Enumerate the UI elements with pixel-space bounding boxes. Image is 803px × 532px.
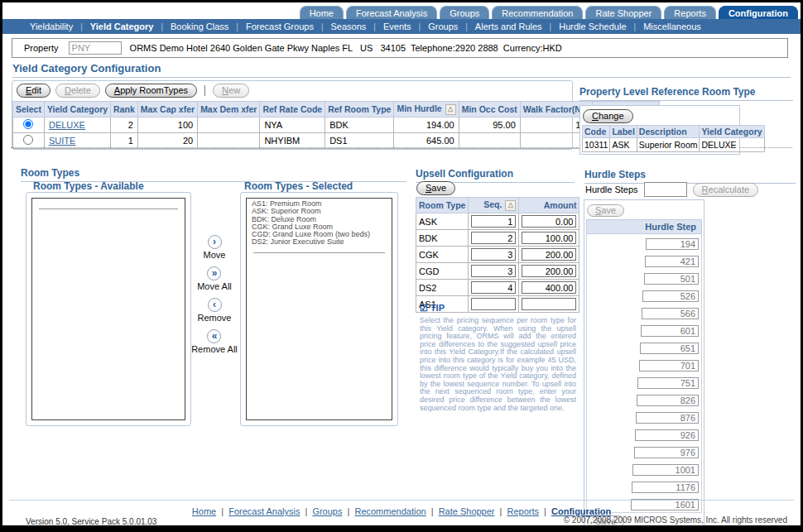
- hurdle-step-input[interactable]: [642, 308, 699, 319]
- nav-item-events[interactable]: Events: [383, 22, 411, 31]
- nav-item-yield-category[interactable]: Yield Category: [90, 22, 154, 31]
- cell-rank: 1: [111, 133, 138, 149]
- column-header-seq[interactable]: Seq.△: [469, 198, 519, 213]
- upsell-header-row: Room TypeSeq.△Amount: [416, 198, 579, 213]
- hurdle-step-input[interactable]: [637, 377, 699, 389]
- yield-row-radio[interactable]: [23, 135, 33, 145]
- hurdle-step-input[interactable]: [641, 325, 699, 337]
- upsell-seq-input[interactable]: [471, 248, 516, 261]
- footer-link-home[interactable]: Home: [192, 506, 216, 516]
- hurdle-step-input[interactable]: [637, 395, 699, 406]
- move-button[interactable]: ›Move: [204, 235, 226, 260]
- nav-item-seasons[interactable]: Seasons: [331, 22, 367, 31]
- hurdle-step-input[interactable]: [639, 360, 699, 371]
- nav-item-separator: |: [373, 22, 376, 31]
- hurdle-save-top-button: Save: [587, 204, 624, 217]
- property-input[interactable]: [69, 41, 122, 55]
- column-header-min-occ-cost[interactable]: Min Occ Cost: [459, 102, 520, 117]
- upsell-seq-input[interactable]: [471, 265, 516, 277]
- footer-link-groups[interactable]: Groups: [312, 506, 342, 516]
- upsell-save-button[interactable]: Save: [416, 181, 455, 195]
- cell-ref-rate-code: NHYIBM: [260, 133, 325, 149]
- column-label: Max Dem xfer: [200, 104, 257, 114]
- footer-version: Version 5.0, Service Pack 5.0.01.03: [26, 517, 156, 526]
- remove-icon: ‹: [208, 298, 222, 312]
- nav-item-groups[interactable]: Groups: [428, 22, 458, 31]
- column-header-min-hurdle[interactable]: Min Hurdle△: [394, 102, 459, 117]
- move-all-button[interactable]: »Move All: [197, 266, 232, 291]
- cell-description: Superior Room: [637, 138, 700, 152]
- footer-link-reports[interactable]: Reports: [507, 506, 540, 516]
- column-header-ref-rate-code[interactable]: Ref Rate Code: [260, 102, 325, 117]
- column-header-label: Label: [610, 126, 637, 138]
- apply-roomtypes-button[interactable]: Apply RoomTypes: [105, 84, 197, 98]
- yield-category-link[interactable]: DELUXE: [49, 120, 85, 130]
- upsell-row: BDK: [416, 230, 579, 247]
- nav-item-forecast-groups[interactable]: Forecast Groups: [246, 22, 314, 31]
- footer-link-rate-shopper[interactable]: Rate Shopper: [439, 506, 495, 516]
- hurdle-step-input[interactable]: [640, 343, 699, 354]
- sort-asc-icon[interactable]: △: [505, 200, 516, 211]
- column-header-rank[interactable]: Rank: [111, 102, 138, 117]
- upsell-row: CGD: [416, 263, 579, 280]
- yield-row-radio[interactable]: [23, 119, 33, 129]
- footer-link-separator: |: [498, 506, 505, 516]
- hurdle-steps-input[interactable]: [644, 182, 687, 197]
- remove-button[interactable]: ‹Remove: [198, 298, 232, 323]
- hurdle-step-input[interactable]: [642, 290, 699, 302]
- remove-all-button[interactable]: «Remove All: [191, 329, 238, 354]
- footer-link-recommendation[interactable]: Recommendation: [354, 506, 426, 516]
- upsell-seq-input[interactable]: [471, 215, 516, 228]
- nav-item-yieldability[interactable]: Yieldability: [30, 22, 73, 31]
- sort-asc-icon[interactable]: △: [445, 104, 456, 115]
- roomtype-option[interactable]: DS2: Junior Executive Suite: [252, 238, 387, 246]
- column-header-ref-room-type[interactable]: Ref Room Type: [325, 102, 394, 117]
- column-label: Ref Room Type: [328, 104, 391, 114]
- column-header-yield-category[interactable]: Yield Category: [44, 102, 110, 117]
- list-divider: [253, 252, 385, 253]
- hurdle-step-input[interactable]: [634, 447, 699, 458]
- upsell-amount-input[interactable]: [522, 265, 576, 277]
- column-label: Room Type: [419, 200, 465, 210]
- reference-roomtype-heading: Property Level Reference Room Type: [579, 86, 793, 101]
- upsell-roomtype-cell: CGD: [416, 263, 469, 280]
- edit-button[interactable]: Edit: [17, 84, 50, 98]
- list-divider: [39, 208, 178, 209]
- nav-item-hurdle-schedule[interactable]: Hurdle Schedule: [559, 22, 626, 31]
- upsell-amount-cell: [519, 247, 579, 263]
- remove-all-label: Remove All: [191, 344, 238, 354]
- column-label: Max Cap xfer: [141, 104, 195, 114]
- available-roomtypes-listbox[interactable]: [31, 198, 185, 420]
- nav-item-miscellaneous[interactable]: Miscellaneous: [643, 22, 701, 31]
- hurdle-step-input[interactable]: [632, 464, 699, 476]
- cell-min-hurdle: 645.00: [394, 133, 459, 149]
- property-info: ORMS Demo Hotel 2640 Golden Gate Pkwy Na…: [130, 43, 562, 53]
- reference-header-row: CodeLabelDescriptionYield Category: [583, 126, 765, 138]
- footer-link-forecast-analysis[interactable]: Forecast Analysis: [228, 506, 300, 516]
- upsell-seq-input[interactable]: [471, 281, 516, 294]
- nav-item-alerts-and-rules[interactable]: Alerts and Rules: [475, 22, 542, 31]
- column-header-max-cap-xfer[interactable]: Max Cap xfer: [137, 102, 197, 117]
- upsell-amount-input[interactable]: [522, 248, 576, 261]
- change-button[interactable]: Change: [583, 109, 633, 123]
- selected-roomtypes-listbox[interactable]: AS1: Premium RoomASK: Superior RoomBDK: …: [246, 198, 392, 420]
- hurdle-step-input[interactable]: [635, 429, 699, 441]
- hurdle-step-row: [587, 269, 701, 286]
- upsell-seq-input[interactable]: [471, 232, 516, 244]
- hurdle-step-row: [587, 338, 701, 356]
- nav-item-separator: |: [80, 22, 83, 31]
- column-header-select[interactable]: Select: [13, 102, 45, 117]
- yield-category-link[interactable]: SUITE: [49, 136, 75, 146]
- nav-item-booking-class[interactable]: Booking Class: [171, 22, 228, 31]
- hurdle-step-input[interactable]: [644, 273, 699, 285]
- hurdle-step-input[interactable]: [646, 238, 699, 250]
- cell-yield-category: SUITE: [44, 133, 110, 149]
- hurdle-step-input[interactable]: [645, 256, 699, 267]
- hurdle-step-input[interactable]: [632, 482, 699, 493]
- hurdle-step-input[interactable]: [636, 412, 699, 424]
- upsell-amount-input[interactable]: [522, 215, 576, 228]
- column-label: Yield Category: [47, 104, 108, 114]
- upsell-amount-input[interactable]: [522, 281, 576, 294]
- column-header-max-dem-xfer[interactable]: Max Dem xfer: [198, 102, 260, 117]
- upsell-amount-input[interactable]: [522, 232, 576, 244]
